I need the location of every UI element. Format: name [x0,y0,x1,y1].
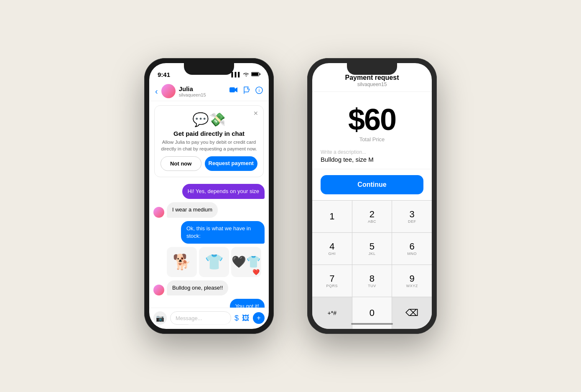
message-avatar [153,207,164,218]
request-payment-button[interactable]: Request payment [205,156,258,171]
amount-value: $60 [321,104,423,135]
message-bubble: Hi! Yes, depends on your size [182,184,265,199]
key-backspace[interactable]: ⌫ [392,297,432,329]
description-placeholder: Write a description... [321,149,423,155]
message-row: Hi! Yes, depends on your size [153,184,265,199]
promo-title: Get paid directly in chat [161,130,257,137]
message-avatar [153,285,164,295]
chat-area: Hi! Yes, depends on your size I wear a m… [149,181,269,308]
payment-subtitle: silvaqueen15 [318,81,426,87]
notch [184,63,234,75]
not-now-button[interactable]: Not now [161,156,201,171]
key-2[interactable]: 2ABC [352,201,392,232]
message-bubble: I wear a medium [167,202,218,217]
message-row: I wear a medium [153,202,265,217]
key-3[interactable]: 3DEF [392,201,432,232]
home-indicator-2 [351,323,393,325]
key-1[interactable]: 1 [312,201,352,232]
info-icon[interactable]: i [255,87,263,96]
product-image-dog[interactable]: 🐕 [167,247,197,277]
phone-payment: Payment request silvaqueen15 $60 Total P… [307,58,437,334]
promo-icon: 💬💸 [161,112,257,127]
svg-rect-2 [260,73,260,75]
heart-badge: ❤️ [252,269,260,275]
back-button[interactable]: ‹ [155,87,158,96]
svg-rect-3 [229,87,235,92]
description-area: Write a description... Bulldog tee, size… [312,149,432,169]
svg-text:i: i [259,88,260,93]
phone-messenger: 9:41 ▌▌▌ ‹ Julia silvaqueen15 [144,58,274,334]
message-row: Ok, this is what we have in stock: [153,221,265,244]
key-5[interactable]: 5JKL [352,233,392,265]
svg-rect-1 [252,73,258,76]
product-image-shirt-orange[interactable]: 👕 [199,247,229,277]
user-handle: silvaqueen15 [179,92,229,97]
flag-icon[interactable] [244,87,250,96]
status-icons: ▌▌▌ [232,71,260,78]
message-bubble: Bulldog one, please!! [167,280,228,295]
key-9[interactable]: 9WXYZ [392,265,432,297]
continue-button[interactable]: Continue [321,175,423,194]
payment-title: Payment request [318,74,426,81]
message-bubble: You got it! [230,299,265,308]
nav-actions: i [229,87,263,96]
key-7[interactable]: 7PQRS [312,265,352,297]
product-image-shirt-black[interactable]: 🖤👕 ❤️ [231,247,261,277]
payment-screen: Payment request silvaqueen15 $60 Total P… [312,63,432,329]
video-call-icon[interactable] [229,87,238,96]
image-row: 🐕 👕 🖤👕 ❤️ [167,247,265,277]
keypad: 1 2ABC 3DEF 4GHI 5JKL 6MNO 7PQRS 8TUV 9W… [312,200,432,329]
key-6[interactable]: 6MNO [392,233,432,265]
message-row: You got it! [153,299,265,308]
key-4[interactable]: 4GHI [312,233,352,265]
message-row: Bulldog one, please!! [153,280,265,295]
promo-description: Allow Julia to pay you by debit or credi… [161,139,257,152]
camera-button[interactable]: 📷 [153,311,167,325]
user-avatar [161,84,176,98]
promo-buttons: Not now Request payment [161,156,257,171]
photo-icon[interactable]: 🖼 [242,314,250,323]
battery-icon [251,71,260,78]
signal-icon: ▌▌▌ [232,72,241,77]
message-bubble: Ok, this is what we have in stock: [181,221,265,244]
key-8[interactable]: 8TUV [352,265,392,297]
amount-label: Total Price [321,136,423,143]
add-button[interactable]: + [253,312,265,324]
input-bar: 📷 Message... $ 🖼 + [149,308,269,329]
key-symbols[interactable]: +*# [312,297,352,329]
messenger-screen: 9:41 ▌▌▌ ‹ Julia silvaqueen15 [149,63,269,329]
input-actions: $ 🖼 [234,314,250,323]
home-indicator [188,323,230,325]
wifi-icon [243,71,249,78]
user-name: Julia [179,85,229,92]
messenger-nav: ‹ Julia silvaqueen15 i [149,81,269,101]
promo-card: ✕ 💬💸 Get paid directly in chat Allow Jul… [154,105,264,177]
nav-info: Julia silvaqueen15 [179,85,229,97]
notch-2 [347,63,397,75]
promo-close-button[interactable]: ✕ [253,110,258,117]
description-value: Bulldog tee, size M [321,156,423,163]
amount-area: $60 Total Price [312,92,432,149]
status-time: 9:41 [158,71,170,78]
dollar-icon[interactable]: $ [234,314,239,323]
